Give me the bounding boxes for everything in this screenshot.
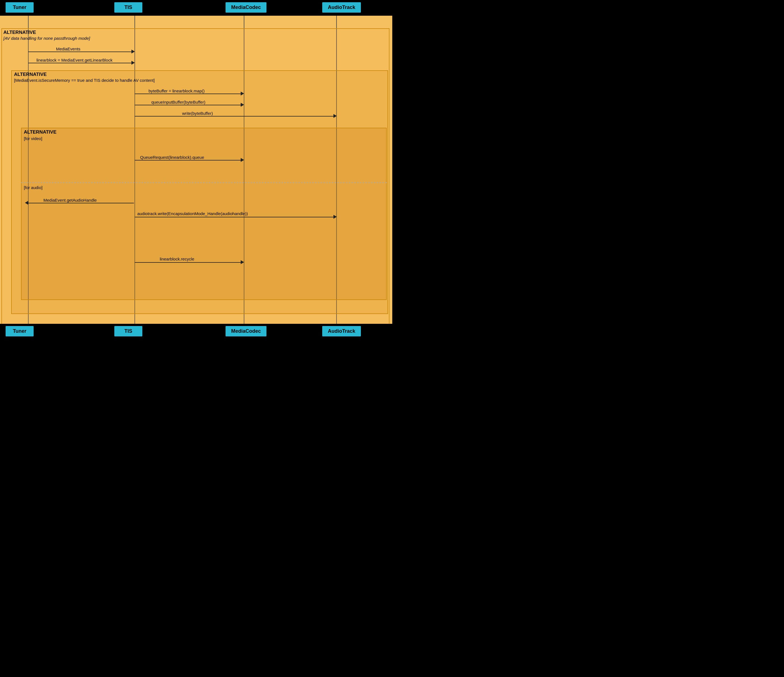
actor-audiotrack-bottom: AudioTrack [322, 326, 361, 336]
label-media-events: MediaEvents [56, 47, 81, 51]
arrowhead-bytebuffer [241, 92, 244, 96]
arrow-audiotrack-write [135, 217, 336, 217]
label-write-bytebuffer: write(byteBuffer) [182, 111, 213, 116]
label-bytebuffer: byteBuffer = linearblock.map() [148, 89, 205, 93]
alt-condition-1: [AV data handling for none passthrough m… [3, 36, 90, 40]
diagram-body: ALTERNATIVE [AV data handling for none p… [0, 16, 392, 324]
arrowhead-linearblock-recycle [241, 260, 244, 264]
alt-condition-for-audio: [for audio] [24, 185, 43, 190]
actor-tis-top: TIS [114, 2, 142, 12]
arrowhead-audiotrack-write [333, 215, 337, 219]
arrowhead-media-events [131, 50, 135, 53]
actor-mediacodec-top: MediaCodec [226, 2, 266, 12]
label-queue-request: QueueRequest(linearblock).queue [140, 155, 204, 160]
arrowhead-write-bytebuffer [333, 114, 337, 118]
arrowhead-queue-input [241, 103, 244, 107]
arrow-get-audio-handle [28, 203, 134, 203]
actor-mediacodec-bottom: MediaCodec [226, 326, 266, 336]
alt-label-1: ALTERNATIVE [3, 30, 36, 35]
alt-condition-for-video: [for video] [24, 136, 42, 141]
arrow-write-bytebuffer [135, 116, 336, 116]
sequence-diagram: Tuner TIS MediaCodec AudioTrack ALTERNAT… [0, 0, 392, 340]
label-get-audio-handle: MediaEvent.getAudioHandle [44, 198, 96, 202]
arrow-linearblock [28, 63, 134, 63]
arrowhead-linearblock [131, 61, 135, 65]
actor-tuner-top: Tuner [6, 2, 34, 12]
label-audiotrack-write: audiotrack.write(EncapsulationMode_Handl… [137, 211, 248, 216]
arrow-queue-request [135, 160, 243, 160]
dashed-divider [21, 182, 387, 183]
arrow-queue-input [135, 105, 243, 105]
arrowhead-queue-request [241, 158, 244, 162]
alt-label-2: ALTERNATIVE [14, 72, 47, 77]
arrowhead-get-audio-handle [25, 201, 28, 205]
alt-label-3: ALTERNATIVE [24, 129, 56, 135]
arrow-linearblock-recycle [135, 262, 243, 263]
label-linearblock-recycle: linearblock.recycle [160, 256, 194, 261]
arrow-bytebuffer [135, 93, 243, 94]
footer-row: Tuner TIS MediaCodec AudioTrack [0, 324, 392, 340]
label-queue-input: queueInputBuffer(byteBuffer) [151, 100, 205, 104]
actor-tuner-bottom: Tuner [6, 326, 34, 336]
header-row: Tuner TIS MediaCodec AudioTrack [0, 0, 392, 16]
actor-audiotrack-top: AudioTrack [322, 2, 361, 12]
label-linearblock: linearblock = MediaEvent.getLinearBlock [36, 58, 112, 62]
alt-condition-2: [MediaEvent.isSecureMemory == true and T… [14, 78, 155, 82]
arrow-media-events [28, 51, 134, 52]
actor-tis-bottom: TIS [114, 326, 142, 336]
